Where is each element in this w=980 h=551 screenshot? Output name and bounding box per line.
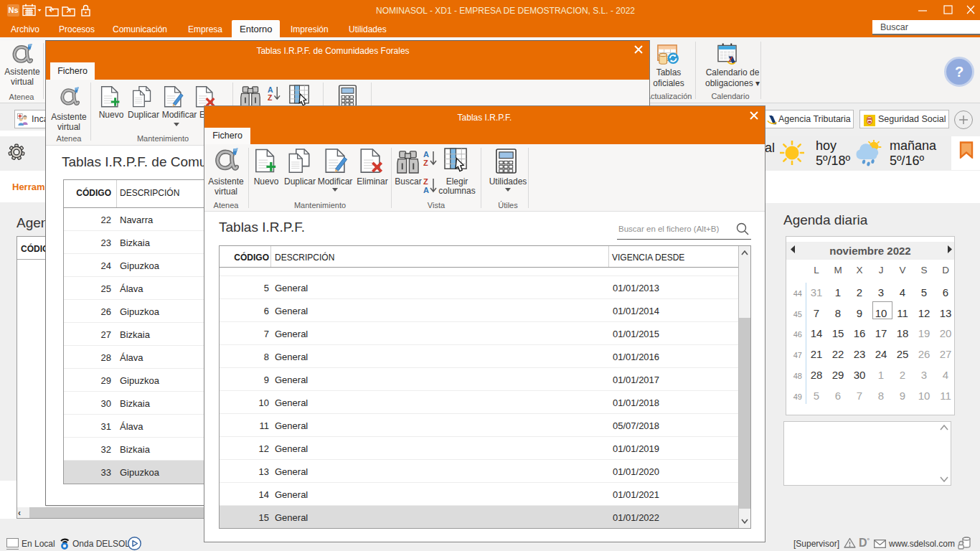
svg-text:Z: Z [423,159,428,167]
svg-text:A: A [423,186,429,194]
svg-text:A: A [423,150,429,159]
svg-text:Z: Z [423,177,428,186]
svg-text:A: A [268,86,273,94]
svg-text:Z: Z [268,94,273,102]
